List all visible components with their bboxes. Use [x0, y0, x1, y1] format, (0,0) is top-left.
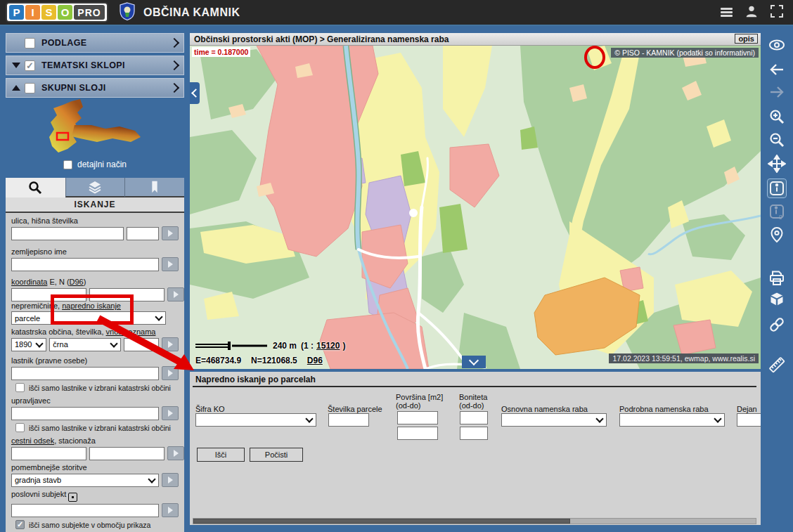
- ko-sifra-select[interactable]: 1890: [11, 338, 46, 351]
- koordinata-link[interactable]: koordinata: [11, 278, 47, 286]
- cestni-go-button[interactable]: [167, 446, 184, 460]
- annotation-red-circle: [584, 46, 605, 69]
- isci-button[interactable]: Išči: [197, 448, 245, 462]
- locate-pin-button[interactable]: [768, 226, 786, 244]
- sidebar-item-skupni-sloji[interactable]: SKUPNI SLOJI: [6, 78, 184, 98]
- tab-layers[interactable]: [65, 178, 125, 197]
- info-box-icon[interactable]: [68, 493, 77, 502]
- municipality-coat-of-arms-icon: [120, 2, 135, 23]
- sidebar-collapse-button[interactable]: [190, 82, 200, 104]
- sidebar-item-podlage[interactable]: PODLAGE: [6, 33, 184, 53]
- boniteta-od-input[interactable]: [460, 411, 488, 424]
- lastnik-go-button[interactable]: [162, 366, 179, 380]
- next-view-button[interactable]: [768, 83, 786, 101]
- podrobna-raba-label: Podrobna namenska raba: [619, 405, 709, 413]
- user-icon[interactable]: [744, 4, 759, 22]
- detajlni-nacin-checkbox[interactable]: [63, 160, 72, 169]
- pocisti-button[interactable]: Počisti: [250, 448, 303, 462]
- cestni-odsek-link[interactable]: cestni odsek: [11, 436, 54, 445]
- fullscreen-icon[interactable]: [771, 5, 783, 20]
- koordinata-n-input[interactable]: [89, 288, 165, 301]
- collapse-up-icon[interactable]: [12, 85, 20, 91]
- ko-ime-select[interactable]: črna: [49, 338, 121, 351]
- cestni-odsek-input[interactable]: [11, 447, 86, 460]
- opis-button[interactable]: opis: [735, 34, 758, 44]
- info-group-button[interactable]: g: [768, 202, 786, 221]
- tematski-checkbox[interactable]: [25, 60, 35, 71]
- podlage-checkbox[interactable]: [25, 38, 35, 48]
- 3d-view-button[interactable]: [768, 290, 786, 309]
- vnos-seznama-link[interactable]: vnos/seznama: [106, 327, 156, 336]
- zemljepisno-input[interactable]: [11, 258, 159, 271]
- share-link-button[interactable]: [768, 316, 786, 334]
- svg-text:g: g: [779, 213, 782, 219]
- upravljavec-filter-checkbox[interactable]: [15, 423, 25, 432]
- ulica-go-button[interactable]: [162, 226, 179, 240]
- poslovni-input[interactable]: [11, 504, 159, 517]
- koordinata-go-button[interactable]: [167, 287, 184, 301]
- eye-icon: [768, 36, 786, 54]
- skupni-checkbox[interactable]: [25, 83, 35, 93]
- parcela-stevilka-input[interactable]: [124, 338, 159, 351]
- poslovni-filter-checkbox[interactable]: [15, 520, 25, 529]
- podrobna-raba-select[interactable]: [619, 413, 725, 427]
- storitve-go-button[interactable]: [162, 473, 179, 487]
- ulica-input[interactable]: [11, 227, 124, 240]
- stevilka-parcele-label: Številka parcele: [328, 405, 382, 413]
- sidebar-item-tematski-sklopi[interactable]: TEMATSKI SKLOPI: [6, 56, 184, 75]
- poslovni-go-button[interactable]: [162, 503, 179, 517]
- zoom-out-button[interactable]: [768, 131, 786, 149]
- piso-logo[interactable]: P I S O PRO: [6, 2, 108, 22]
- collapse-down-icon[interactable]: [12, 63, 20, 68]
- povrsina-od-input[interactable]: [397, 411, 438, 424]
- scrollbar-thumb[interactable]: [193, 519, 570, 524]
- measure-button[interactable]: [768, 356, 786, 374]
- logo-pro-badge: PRO: [74, 5, 105, 20]
- identify-eye-button[interactable]: [768, 36, 786, 54]
- hisna-stevilka-input[interactable]: [127, 227, 159, 240]
- coord-n: N=121068.5: [251, 356, 297, 365]
- previous-view-button[interactable]: [768, 60, 786, 79]
- horizontal-scrollbar[interactable]: [193, 518, 756, 524]
- lastnik-filter-checkbox[interactable]: [15, 383, 25, 392]
- dejanska-raba-select[interactable]: [737, 413, 761, 427]
- scale-ratio-link[interactable]: 15120: [316, 341, 340, 351]
- menu-icon[interactable]: [721, 6, 733, 19]
- pan-button[interactable]: [768, 155, 786, 173]
- detajlni-nacin-label: detajlni način: [77, 160, 127, 169]
- zoning-map-image: [190, 46, 761, 369]
- upravljavec-input[interactable]: [11, 407, 159, 420]
- sifra-ko-select[interactable]: [195, 413, 316, 427]
- zemljepisno-go-button[interactable]: [162, 257, 179, 271]
- chevron-down-icon: [714, 415, 721, 422]
- tab-bookmarks[interactable]: [124, 178, 184, 197]
- upravljavec-go-button[interactable]: [162, 406, 179, 420]
- app-header: P I S O PRO OBČINA KAMNIK: [0, 0, 793, 26]
- povrsina-do-input[interactable]: [397, 427, 438, 440]
- info-button[interactable]: [768, 179, 786, 197]
- d96-link[interactable]: D96: [70, 278, 84, 286]
- bottom-panel-collapse-button[interactable]: [462, 356, 486, 368]
- katastrska-go-button[interactable]: [162, 337, 179, 351]
- osnovna-raba-select[interactable]: [501, 413, 607, 427]
- overview-map[interactable]: [0, 97, 190, 162]
- play-icon: [168, 410, 173, 417]
- arrow-right-icon: [768, 83, 786, 101]
- coord-datum-link[interactable]: D96: [307, 356, 323, 365]
- play-icon: [174, 291, 179, 298]
- stevilka-parcele-input[interactable]: [328, 413, 369, 427]
- storitve-select[interactable]: gradnja stavb: [11, 474, 159, 487]
- zoom-in-icon: [768, 108, 786, 126]
- zoom-in-button[interactable]: [768, 108, 786, 126]
- vrsta-nepremicnine-select[interactable]: parcele: [11, 311, 166, 325]
- tab-search[interactable]: [6, 178, 65, 197]
- stacionaza-input[interactable]: [89, 447, 165, 460]
- cursor-coordinates: E=468734.9 N=121068.5 D96: [195, 356, 323, 365]
- print-button[interactable]: [768, 269, 786, 287]
- map-canvas[interactable]: time = 0.187000 © PISO - KAMNIK (podatki…: [190, 46, 761, 369]
- napredno-iskanje-link[interactable]: napredno iskanje: [62, 301, 121, 310]
- sifra-ko-label: Šifra KO: [195, 405, 225, 413]
- lastnik-input[interactable]: [11, 367, 159, 380]
- koordinata-e-input[interactable]: [11, 288, 86, 301]
- boniteta-do-input[interactable]: [460, 427, 488, 440]
